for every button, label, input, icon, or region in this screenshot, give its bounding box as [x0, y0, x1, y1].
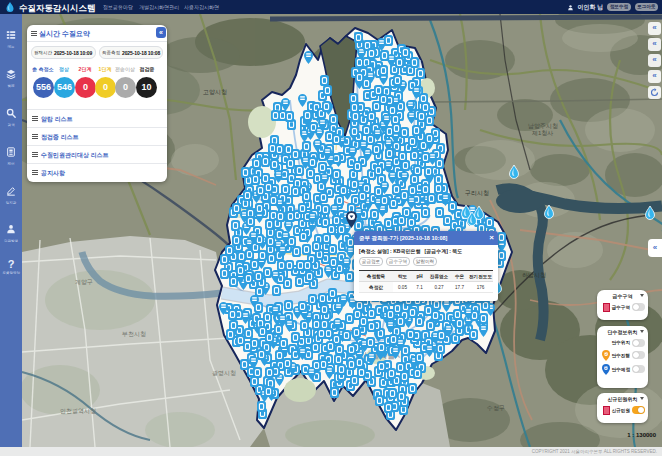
svg-text:하남시청: 하남시청 [522, 272, 546, 279]
svg-text:남양주시청: 남양주시청 [528, 123, 558, 130]
svg-text:인천광역시청: 인천광역시청 [60, 408, 96, 415]
svg-text:구리시청: 구리시청 [465, 190, 489, 197]
svg-text:단: 단 [604, 366, 608, 370]
svg-text:제1청사: 제1청사 [532, 130, 553, 137]
svg-text:수정구: 수정구 [487, 405, 505, 412]
svg-text:광명시청: 광명시청 [212, 370, 236, 377]
svg-text:계양구: 계양구 [75, 279, 93, 285]
svg-text:고양시청: 고양시청 [203, 89, 227, 96]
svg-text:단: 단 [604, 352, 608, 356]
svg-text:부천시청: 부천시청 [122, 331, 146, 338]
